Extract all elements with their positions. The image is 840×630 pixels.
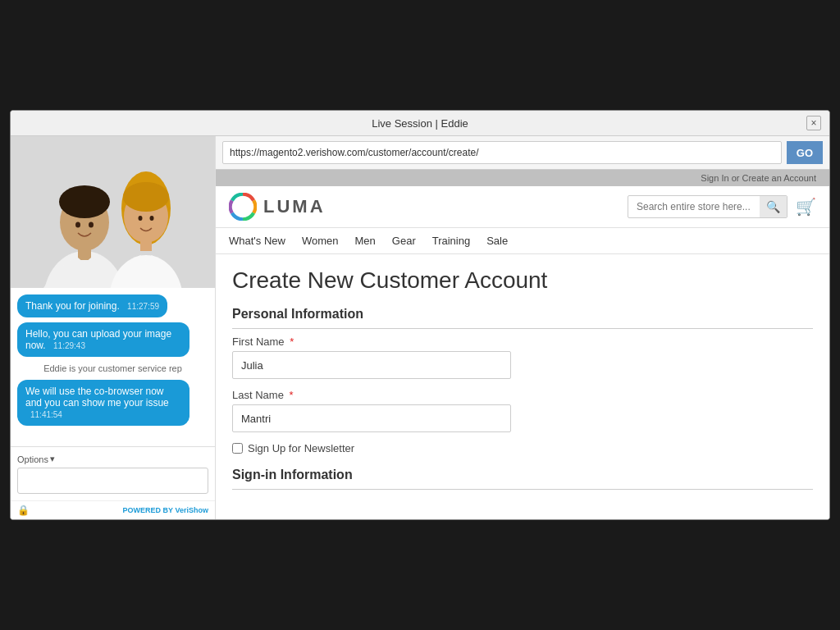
svg-point-4	[75, 222, 80, 228]
go-button[interactable]: GO	[787, 141, 823, 164]
cart-icon[interactable]: 🛒	[796, 197, 816, 217]
newsletter-checkbox[interactable]	[232, 443, 243, 454]
avatar-area	[11, 136, 215, 288]
nav-sale[interactable]: Sale	[486, 235, 508, 247]
svg-point-10	[123, 182, 169, 212]
required-mark-2: *	[290, 389, 294, 401]
browser-toolbar: GO	[216, 136, 829, 170]
nav-women[interactable]: Women	[302, 235, 339, 247]
svg-point-3	[59, 185, 110, 218]
close-button[interactable]: ×	[806, 116, 821, 130]
last-name-field: Last Name *	[232, 389, 813, 432]
luma-nav: What's New Women Men Gear Training Sale	[216, 228, 829, 254]
luma-store: Sign In or Create an Account	[216, 170, 829, 519]
chat-time-1: 11:27:59	[127, 302, 159, 311]
title-bar: Live Session | Eddie ×	[11, 111, 829, 136]
svg-point-11	[139, 216, 143, 221]
nav-men[interactable]: Men	[355, 235, 376, 247]
personal-section-title: Personal Information	[232, 307, 813, 329]
last-name-label: Last Name *	[232, 389, 813, 401]
main-content: Thank you for joining. 11:27:59 Hello, y…	[11, 136, 829, 519]
chat-panel: Thank you for joining. 11:27:59 Hello, y…	[11, 136, 216, 519]
title-bar-text: Live Session | Eddie	[34, 117, 806, 130]
powered-by: POWERED BY VeriShow	[122, 506, 208, 514]
first-name-label: First Name *	[232, 336, 813, 348]
page-title: Create New Customer Account	[232, 267, 813, 294]
chat-footer: 🔒 POWERED BY VeriShow	[11, 500, 215, 519]
nav-whats-new[interactable]: What's New	[229, 235, 285, 247]
required-mark: *	[290, 336, 294, 348]
luma-logo: LUMA	[229, 193, 326, 221]
search-button[interactable]: 🔍	[760, 196, 787, 217]
luma-logo-text: LUMA	[263, 196, 326, 217]
luma-logo-icon	[229, 193, 257, 221]
browser-panel: GO Sign In or Create an Account	[216, 136, 829, 519]
live-session-window: Live Session | Eddie ×	[10, 110, 830, 520]
search-input[interactable]	[628, 197, 760, 217]
chat-text-3: We will use the co-browser now and you c…	[25, 386, 169, 409]
svg-point-5	[89, 222, 94, 228]
newsletter-label: Sign Up for Newsletter	[248, 442, 354, 454]
first-name-input[interactable]	[232, 351, 511, 379]
chat-bubble-1: Thank you for joining. 11:27:59	[17, 294, 167, 317]
chat-text-1: Thank you for joining.	[25, 300, 120, 312]
nav-gear[interactable]: Gear	[392, 235, 416, 247]
chat-time-3: 11:41:54	[30, 410, 62, 419]
last-name-input[interactable]	[232, 404, 511, 432]
chat-text-2: Hello, you can upload your image now.	[25, 328, 171, 351]
options-button[interactable]: Options ▾	[17, 454, 208, 464]
svg-rect-6	[78, 248, 91, 260]
chevron-down-icon: ▾	[50, 454, 55, 464]
svg-rect-13	[140, 240, 152, 251]
chat-input[interactable]	[17, 468, 208, 494]
luma-top-bar: Sign In or Create an Account	[216, 170, 829, 186]
chat-time-2: 11:29:43	[53, 341, 85, 350]
lock-icon: 🔒	[17, 504, 30, 516]
chat-system-text: Eddie is your customer service rep	[17, 362, 208, 375]
luma-search: 🔍	[628, 195, 788, 218]
url-bar[interactable]	[222, 141, 782, 164]
chat-bubble-2: Hello, you can upload your image now. 11…	[17, 322, 189, 357]
first-name-field: First Name *	[232, 336, 813, 379]
chat-messages: Thank you for joining. 11:27:59 Hello, y…	[11, 288, 215, 446]
luma-main: Create New Customer Account Personal Inf…	[216, 254, 829, 509]
luma-header: LUMA 🔍 🛒	[216, 186, 829, 228]
top-bar-links: Sign In or Create an Account	[701, 173, 816, 183]
nav-training[interactable]: Training	[432, 235, 470, 247]
chat-bubble-3: We will use the co-browser now and you c…	[17, 380, 189, 426]
svg-point-12	[150, 216, 154, 221]
signin-section-title: Sign-in Information	[232, 468, 813, 490]
options-label: Options	[17, 454, 48, 464]
signin-section: Sign-in Information	[232, 468, 813, 490]
chat-input-area: Options ▾	[11, 446, 215, 500]
newsletter-row: Sign Up for Newsletter	[232, 442, 813, 454]
